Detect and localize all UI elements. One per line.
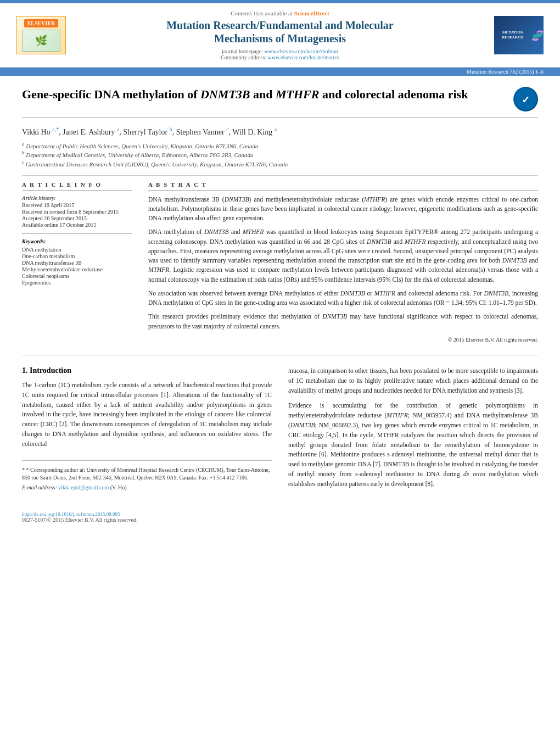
affil-text-c: Gastrointestinal Diseases Research Unit …: [26, 161, 288, 168]
affil-text-a: Department of Public Health Sciences, Qu…: [26, 142, 258, 149]
dnmt3b-italic: DNMT3B: [200, 87, 250, 101]
affiliations-block: a Department of Public Health Sciences, …: [22, 141, 538, 168]
article-title: Gene-specific DNA methylation of DNMT3B …: [22, 87, 505, 103]
mutation-logo-text: MUTATION RESEARCH: [494, 30, 531, 40]
dnmt3b-ref-6: DNMT3B: [484, 290, 508, 297]
main-content: Gene-specific DNA methylation of DNMT3B …: [0, 76, 560, 506]
keyword-4: Methylenetetrahydrofolate reductase: [22, 266, 132, 272]
footnote-text: * Corresponding author at: University of…: [22, 467, 270, 481]
info-abstract-section: A R T I C L E I N F O Article history: R…: [22, 175, 538, 344]
mthfr-ref-5: MTHFR: [374, 290, 395, 297]
community-label: Community address:: [221, 54, 268, 60]
journal-title-block: Contents lists available at ScienceDirec…: [66, 10, 494, 60]
journal-links: journal homepage: www.elsevier.com/locat…: [77, 48, 483, 60]
issn-text: 0027-5107/© 2015 Elsevier B.V. All right…: [22, 517, 538, 523]
journal-homepage: journal homepage: www.elsevier.com/locat…: [77, 48, 483, 54]
available-text: Available online 17 October 2015: [22, 222, 96, 228]
footnote-star: *: [22, 467, 25, 473]
community-url[interactable]: www.elsevier.com/locate/mutres: [268, 54, 339, 60]
keyword-5: Colorectal neoplasms: [22, 273, 132, 279]
crossmark-svg: ✓: [513, 87, 538, 111]
author-sup-c: c: [226, 126, 228, 132]
section-title-text: Introduction: [30, 366, 71, 375]
affil-sup-b: b: [22, 150, 25, 155]
affiliation-a: a Department of Public Health Sciences, …: [22, 141, 538, 149]
mthfr-ref-1: MTHFR: [364, 196, 385, 203]
received-text: Received 16 April 2015: [22, 202, 74, 208]
history-label: Article history:: [22, 195, 132, 201]
email-address[interactable]: vikki.epid@gmail.com: [58, 484, 109, 490]
dnmt3b-ref-4: DNMT3B: [502, 257, 527, 264]
dnmt3b-body-1: DNMT3B: [290, 422, 315, 428]
footnote-area: * * Corresponding author at: University …: [22, 460, 272, 492]
email-label: E-mail address:: [22, 484, 57, 490]
citation-bar: Mutation Research 782 (2015) 1–6: [0, 68, 560, 76]
dnmt3b-ref-3: DNMT3B: [367, 238, 391, 245]
article-title-section: Gene-specific DNA methylation of DNMT3B …: [22, 87, 538, 118]
section-number: 1.: [22, 366, 28, 375]
intro-right-para-1: mucosa, in comparison to other tissues, …: [288, 366, 538, 395]
mthfr-ref-4: MTHFR: [148, 266, 169, 273]
history-received: Received 16 April 2015: [22, 202, 132, 208]
mthfr-body-1: MTHFR: [387, 412, 407, 419]
abstract-text-block: DNA methyltransferase 3B (DNMT3B) and me…: [148, 195, 538, 344]
elsevier-logo: ELSEVIER 🌿: [16, 16, 66, 54]
abstract-para-1: DNA methyltransferase 3B (DNMT3B) and me…: [148, 195, 538, 224]
article-info-col: A R T I C L E I N F O Article history: R…: [22, 181, 132, 344]
authors-line: Vikki Ho a,*, Janet E. Ashbury a, Sherry…: [22, 126, 538, 137]
body-right-col: mucosa, in comparison to other tissues, …: [288, 366, 538, 495]
bottom-bar: http://dx.doi.org/10.1016/j.mrfmmm.2015.…: [0, 511, 560, 528]
mutation-research-logo: MUTATION RESEARCH 🧬: [494, 16, 544, 54]
article-info-header: A R T I C L E I N F O: [22, 181, 132, 191]
history-accepted: Accepted 26 September 2015: [22, 215, 132, 221]
footnote-corresponding: * * Corresponding author at: University …: [22, 466, 272, 482]
journal-name: Mutation Research/Fundamental and Molecu…: [77, 19, 483, 45]
mthfr-ref-3: MTHFR: [405, 238, 425, 245]
mthfr-ref-2: MTHFR: [243, 228, 264, 235]
doi-link[interactable]: http://dx.doi.org/10.1016/j.mrfmmm.2015.…: [22, 511, 120, 517]
crossmark-badge[interactable]: ✓: [513, 87, 538, 111]
article-history-block: Article history: Received 16 April 2015 …: [22, 195, 132, 228]
abstract-col: A B S T R A C T DNA methyltransferase 3B…: [148, 181, 538, 344]
keyword-3: DNA methyltransferase 3B: [22, 260, 132, 266]
keywords-section: Keywords: DNA methylation One-carbon met…: [22, 233, 132, 286]
affil-sup-c: c: [22, 159, 24, 165]
journal-homepage-url[interactable]: www.elsevier.com/locate/molmut: [264, 48, 338, 54]
intro-left-text: The 1-carbon (1C) metabolism cycle consi…: [22, 381, 272, 449]
keyword-1: DNA methylation: [22, 247, 132, 253]
intro-right-para-2: Evidence is accumulating for the contrib…: [288, 401, 538, 489]
citation-text: Mutation Research 782 (2015) 1–6: [467, 69, 544, 75]
body-content: 1. Introduction The 1-carbon (1C) metabo…: [22, 366, 538, 495]
abstract-header: A B S T R A C T: [148, 181, 538, 191]
revised-text: Received in revised form 8 September 201…: [22, 209, 119, 215]
dnmt3b-ref-5: DNMT3B: [340, 290, 365, 297]
abstract-copyright: © 2015 Elsevier B.V. All rights reserved…: [148, 336, 538, 344]
dnmt3b-ref-2: DNMT3B: [204, 228, 229, 235]
journal-header: ELSEVIER 🌿 Contents lists available at S…: [0, 3, 560, 68]
intro-section-title: 1. Introduction: [22, 366, 272, 375]
accepted-text: Accepted 26 September 2015: [22, 215, 87, 221]
community-address: Community address: www.elsevier.com/loca…: [77, 54, 483, 60]
intro-right-text: mucosa, in comparison to other tissues, …: [288, 366, 538, 489]
elsevier-wordmark: ELSEVIER: [24, 19, 59, 27]
sciencedirect-text: Contents lists available at ScienceDirec…: [77, 10, 483, 16]
keyword-2: One-carbon metabolism: [22, 253, 132, 259]
svg-text:✓: ✓: [522, 94, 530, 105]
affiliation-b: b Department of Medical Genetics, Univer…: [22, 150, 538, 158]
bottom-links: http://dx.doi.org/10.1016/j.mrfmmm.2015.…: [22, 511, 538, 517]
elsevier-image: 🌿: [22, 30, 60, 52]
affiliation-c: c Gastrointestinal Diseases Research Uni…: [22, 159, 538, 168]
crossmark-icon: ✓: [513, 87, 538, 111]
affil-sup-a: a: [22, 141, 25, 147]
with-word: with: [440, 313, 451, 320]
author-sup-a3: a: [275, 126, 277, 132]
journal-homepage-label: journal homepage:: [222, 48, 264, 54]
sciencedirect-link[interactable]: ScienceDirect: [294, 10, 329, 16]
footnote-email: E-mail address: vikki.epid@gmail.com (V.…: [22, 484, 272, 492]
abstract-para-2: DNA methylation of DNMT3B and MTHFR was …: [148, 227, 538, 284]
section-divider: [22, 355, 538, 355]
email-note: (V. Ho).: [110, 484, 128, 490]
dnmt3b-ref-7: DNMT3B: [322, 313, 347, 320]
history-available: Available online 17 October 2015: [22, 222, 132, 228]
body-left-col: 1. Introduction The 1-carbon (1C) metabo…: [22, 366, 272, 495]
